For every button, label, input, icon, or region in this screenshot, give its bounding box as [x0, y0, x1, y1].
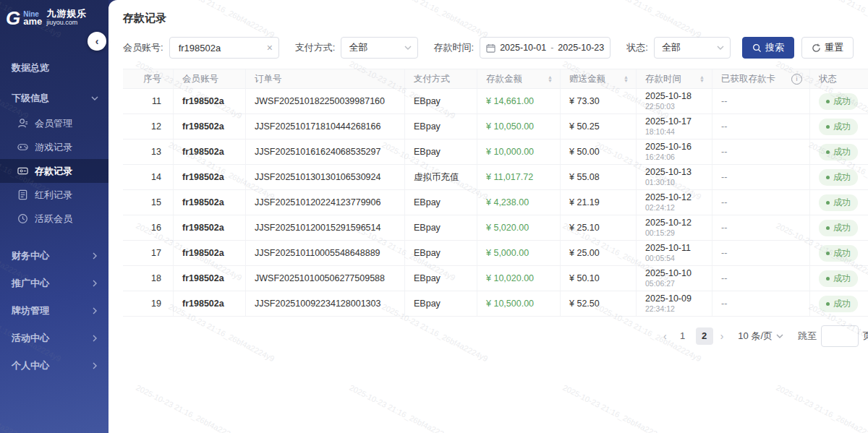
cell-deposit_amount: ¥ 11,017.72: [477, 165, 561, 189]
payment-method-select[interactable]: 全部: [341, 37, 417, 59]
table-row: 19fr198502aJJSF202510092234128001303EBpa…: [123, 291, 868, 317]
cell-deposit_time: 2025-10-1005:06:27: [637, 266, 712, 291]
status-badge: 成功: [819, 144, 858, 160]
cell-pay_method: EBpay: [405, 266, 477, 291]
cell-bonus_amount: ¥ 55.08: [561, 165, 637, 189]
logo-brand-text: 九游娱乐 jiuyou.com: [46, 9, 87, 27]
cell-deposit_card: --: [712, 190, 810, 215]
sidebar-group-promotion-center[interactable]: 推广中心: [0, 270, 109, 297]
sidebar-group-paifang-management[interactable]: 牌坊管理: [0, 297, 109, 325]
sidebar-item-bonus-records[interactable]: 红利记录: [0, 183, 109, 207]
page-size-select[interactable]: 10 条/页: [738, 330, 783, 343]
sidebar-item-active-members[interactable]: 活跃会员: [0, 207, 109, 231]
cell-bonus_amount: ¥ 73.30: [561, 89, 637, 113]
sort-icon[interactable]: ▲▼: [548, 75, 553, 82]
cell-deposit_card: --: [712, 291, 810, 316]
status-badge: 成功: [819, 220, 858, 236]
cell-pay_method: EBpay: [405, 140, 477, 164]
search-button[interactable]: 搜索: [742, 37, 794, 59]
status-badge: 成功: [819, 270, 858, 287]
prev-page-button[interactable]: ‹: [660, 330, 670, 342]
next-page-button[interactable]: ›: [718, 330, 727, 342]
chevron-right-icon: [91, 280, 98, 287]
col-header-deposit_time: 存款时间▲▼: [637, 69, 712, 88]
cell-deposit_amount: ¥ 4,238.00: [477, 190, 561, 215]
cell-status: 成功: [810, 114, 868, 139]
jump-page-input[interactable]: [821, 325, 859, 347]
cell-account: fr198502a: [174, 215, 246, 240]
status-dot: [826, 302, 830, 306]
cell-index: 16: [123, 215, 174, 240]
sidebar-group-finance-center[interactable]: 财务中心: [0, 242, 109, 270]
card-icon: [17, 166, 28, 176]
cell-bonus_amount: ¥ 50.25: [561, 114, 637, 139]
cell-status: 成功: [810, 266, 868, 291]
pagination: ‹ 1 2 › 10 条/页 跳至 页: [123, 317, 868, 347]
cell-account: fr198502a: [174, 114, 246, 139]
col-header-bonus_amount: 赠送金额▲▼: [561, 69, 637, 88]
page-title: 存款记录: [109, 0, 868, 25]
sidebar-group-activity-center[interactable]: 活动中心: [0, 325, 109, 352]
sidebar-item-data-overview[interactable]: 数据总览: [0, 55, 109, 81]
reset-button[interactable]: 重置: [801, 37, 854, 59]
cell-deposit_time: 2025-10-1100:05:54: [637, 241, 712, 265]
chevron-down-icon: [776, 333, 783, 340]
status-select[interactable]: 全部: [654, 37, 731, 59]
logo-wordmark: Nine ame: [23, 11, 42, 25]
cell-account: fr198502a: [174, 291, 246, 316]
clock-icon: [17, 213, 28, 224]
cell-pay_method: EBpay: [405, 89, 477, 113]
cell-index: 14: [123, 165, 174, 189]
payment-filter-label: 支付方式:: [295, 41, 336, 54]
cell-deposit_time: 2025-10-1202:24:12: [637, 190, 712, 215]
cell-pay_method: 虚拟币充值: [405, 165, 477, 189]
cell-status: 成功: [810, 291, 868, 316]
cell-order_no: JJSF202510092234128001303: [246, 291, 405, 316]
date-end: 2025-10-23: [558, 43, 604, 53]
refresh-icon: [812, 43, 821, 53]
cell-index: 13: [123, 140, 174, 164]
info-icon[interactable]: i: [791, 74, 802, 85]
cell-deposit_amount: ¥ 10,020.00: [477, 266, 561, 291]
cell-deposit_time: 2025-10-1822:50:03: [637, 89, 712, 113]
cell-status: 成功: [810, 241, 868, 265]
status-dot: [826, 201, 830, 205]
status-badge: 成功: [819, 296, 858, 312]
table-row: 13fr198502aJJSF202510161624068535297EBpa…: [123, 140, 868, 165]
sidebar-item-member-management[interactable]: 会员管理: [0, 111, 109, 135]
sort-icon[interactable]: ▲▼: [699, 75, 705, 82]
cell-index: 12: [123, 114, 174, 139]
cell-index: 17: [123, 241, 174, 265]
sidebar-collapse-button[interactable]: ‹: [88, 32, 106, 51]
clear-icon[interactable]: ×: [267, 43, 273, 53]
cell-deposit_amount: ¥ 10,050.00: [477, 114, 561, 139]
jump-to-label: 跳至: [798, 330, 817, 343]
chevron-right-icon: [91, 335, 98, 342]
cell-bonus_amount: ¥ 25.10: [561, 215, 637, 240]
cell-deposit_time: 2025-10-1301:30:10: [637, 165, 712, 189]
account-input-field[interactable]: [177, 42, 267, 54]
filter-bar: 会员账号: × 支付方式: 全部 存款时间: 2025-10-01 - 2025…: [123, 37, 854, 59]
sidebar-nav: 数据总览 下级信息 会员管理 游戏记录 存款记录 红利记录: [0, 55, 109, 380]
page-2-button[interactable]: 2: [696, 327, 713, 345]
account-input[interactable]: ×: [169, 37, 279, 59]
sidebar-group-personal-center[interactable]: 个人中心: [0, 352, 109, 380]
col-header-deposit_amount: 存款金额▲▼: [477, 69, 561, 88]
sidebar-item-game-records[interactable]: 游戏记录: [0, 135, 109, 159]
deposit-time-range-picker[interactable]: 2025-10-01 - 2025-10-23: [480, 37, 610, 59]
cell-account: fr198502a: [174, 241, 246, 265]
cell-order_no: JJSF202510161624068535297: [246, 140, 405, 164]
cell-status: 成功: [810, 89, 868, 113]
sort-icon[interactable]: ▲▼: [624, 75, 629, 82]
sidebar-group-subordinate-info[interactable]: 下级信息: [0, 85, 109, 111]
cell-order_no: JJSF202510171810444268166: [246, 114, 405, 139]
cell-bonus_amount: ¥ 50.00: [561, 140, 637, 164]
cell-pay_method: EBpay: [405, 114, 477, 139]
chevron-right-icon: [91, 252, 98, 260]
col-header-pay_method: 支付方式: [405, 69, 477, 88]
jump-page-suffix: 页: [863, 330, 868, 343]
page-1-button[interactable]: 1: [674, 327, 692, 345]
brand-logo: G Nine ame 九游娱乐 jiuyou.com: [0, 0, 109, 35]
cell-pay_method: EBpay: [405, 215, 477, 240]
sidebar-item-deposit-records[interactable]: 存款记录: [0, 159, 109, 183]
